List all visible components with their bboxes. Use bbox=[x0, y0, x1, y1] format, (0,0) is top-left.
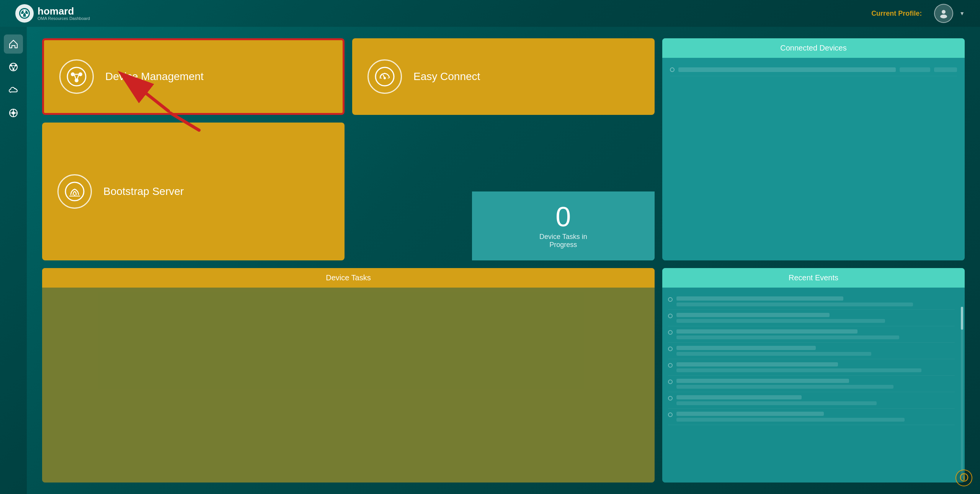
svg-line-14 bbox=[14, 66, 15, 69]
list-item bbox=[668, 343, 955, 359]
main-content: Device Management Easy Connect Connected… bbox=[27, 27, 980, 494]
svg-line-27 bbox=[77, 75, 79, 79]
app-title: homard bbox=[38, 6, 90, 16]
header-right: Current Profile: ▼ bbox=[871, 4, 965, 23]
avatar-caret-icon: ▼ bbox=[959, 10, 965, 16]
event-dot-icon bbox=[668, 297, 673, 302]
connected-devices-body bbox=[662, 58, 965, 260]
list-item bbox=[668, 326, 955, 343]
tile-device-management[interactable]: Device Management bbox=[42, 38, 345, 115]
event-dot-icon bbox=[668, 363, 673, 368]
tile-connected-devices[interactable]: Connected Devices bbox=[662, 38, 965, 260]
list-item bbox=[668, 392, 955, 409]
tasks-progress-label: Device Tasks in Progress bbox=[539, 233, 587, 249]
list-item bbox=[668, 376, 955, 392]
event-dot-icon bbox=[668, 396, 673, 401]
svg-point-25 bbox=[75, 79, 78, 82]
svg-line-26 bbox=[75, 75, 76, 79]
logo-text: homard OMA Resources Dashboard bbox=[38, 6, 90, 21]
device-management-label: Device Management bbox=[105, 70, 204, 83]
svg-point-2 bbox=[23, 10, 26, 12]
event-dot-icon bbox=[668, 330, 673, 335]
device-management-icon bbox=[59, 59, 94, 94]
list-item bbox=[668, 359, 955, 376]
list-item bbox=[668, 293, 955, 310]
svg-point-3 bbox=[26, 14, 28, 16]
current-profile-label: Current Profile: bbox=[871, 10, 922, 18]
logo-area: homard OMA Resources Dashboard bbox=[15, 4, 90, 23]
svg-point-22 bbox=[67, 67, 86, 86]
recent-events-body bbox=[662, 288, 965, 483]
svg-point-7 bbox=[942, 10, 946, 14]
tile-recent-events[interactable]: Recent Events bbox=[662, 268, 965, 483]
sidebar-item-home[interactable] bbox=[4, 34, 23, 54]
device-tasks-body bbox=[42, 288, 655, 483]
device-name-bar bbox=[678, 67, 896, 72]
tile-device-tasks-progress[interactable]: 0 Device Tasks in Progress bbox=[472, 191, 655, 260]
event-dot-icon bbox=[668, 347, 673, 351]
event-dot-icon bbox=[668, 412, 673, 417]
svg-point-31 bbox=[384, 77, 386, 79]
tile-bootstrap-server[interactable]: Bootstrap Server bbox=[42, 123, 345, 260]
sidebar bbox=[0, 27, 27, 494]
logo-icon bbox=[15, 4, 34, 23]
svg-line-13 bbox=[12, 66, 13, 69]
scrollbar-thumb[interactable] bbox=[961, 307, 963, 330]
sidebar-item-link[interactable] bbox=[4, 103, 23, 123]
tasks-progress-number: 0 bbox=[555, 203, 571, 231]
event-dot-icon bbox=[668, 379, 673, 384]
tile-device-tasks[interactable]: Device Tasks bbox=[42, 268, 655, 483]
device-detail-bar bbox=[934, 67, 957, 72]
device-status-bar bbox=[900, 67, 930, 72]
scrollbar-track[interactable] bbox=[961, 307, 963, 479]
header: homard OMA Resources Dashboard Current P… bbox=[0, 0, 980, 27]
bootstrap-server-icon bbox=[57, 174, 92, 209]
list-item bbox=[668, 310, 955, 326]
device-tasks-header: Device Tasks bbox=[42, 268, 655, 288]
info-button[interactable]: ⓘ bbox=[956, 469, 972, 486]
sidebar-item-connect[interactable] bbox=[4, 57, 23, 77]
app-subtitle: OMA Resources Dashboard bbox=[38, 16, 90, 21]
easy-connect-icon bbox=[368, 59, 402, 94]
list-item bbox=[668, 409, 955, 425]
easy-connect-label: Easy Connect bbox=[413, 70, 480, 83]
device-dot-icon bbox=[670, 67, 675, 72]
svg-point-8 bbox=[940, 15, 947, 18]
recent-events-header: Recent Events bbox=[662, 268, 965, 288]
connected-devices-header: Connected Devices bbox=[662, 38, 965, 58]
svg-point-23 bbox=[71, 72, 75, 76]
svg-point-24 bbox=[78, 72, 82, 76]
event-dot-icon bbox=[668, 314, 673, 318]
svg-point-12 bbox=[13, 69, 15, 70]
tile-easy-connect[interactable]: Easy Connect bbox=[352, 38, 655, 115]
stats-tiles: 1 1/2 Devices Online 0 Device Tasks in P… bbox=[352, 123, 655, 260]
sidebar-item-cloud[interactable] bbox=[4, 80, 23, 100]
svg-point-29 bbox=[376, 67, 394, 86]
bootstrap-server-label: Bootstrap Server bbox=[103, 185, 184, 198]
svg-point-17 bbox=[12, 111, 15, 115]
list-item bbox=[670, 64, 957, 76]
avatar[interactable] bbox=[934, 4, 953, 23]
svg-point-4 bbox=[21, 14, 23, 16]
